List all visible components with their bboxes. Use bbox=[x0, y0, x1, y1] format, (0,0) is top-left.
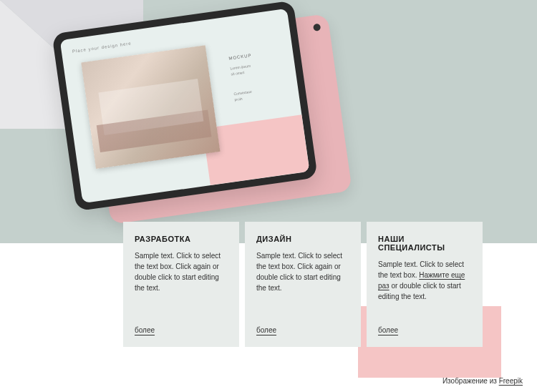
screen-sidebar-title: MOCKUP bbox=[228, 50, 275, 61]
card-specialists: НАШИ СПЕЦИАЛИСТЫ Sample text. Click to s… bbox=[367, 222, 483, 347]
card-title: РАЗРАБОТКА bbox=[135, 235, 228, 243]
screen-interior-image bbox=[81, 45, 220, 169]
card-description[interactable]: Sample text. Click to select the text bo… bbox=[256, 250, 349, 318]
card-title: ДИЗАЙН bbox=[256, 235, 349, 243]
card-more-link[interactable]: более bbox=[135, 326, 155, 334]
image-attribution: Изображение из Freepik bbox=[442, 377, 523, 385]
card-more-link[interactable]: более bbox=[378, 326, 398, 334]
card-development: РАЗРАБОТКА Sample text. Click to select … bbox=[123, 222, 239, 347]
card-description[interactable]: Sample text. Click to select the text bo… bbox=[378, 259, 471, 318]
card-more-link[interactable]: более bbox=[256, 326, 276, 334]
attribution-source-link[interactable]: Freepik bbox=[499, 377, 523, 385]
tablet-front-device: Place your design here MOCKUP Lorem ipsu… bbox=[52, 0, 317, 211]
card-description[interactable]: Sample text. Click to select the text bo… bbox=[135, 250, 228, 318]
tablet-mockup: Place your design here MOCKUP Lorem ipsu… bbox=[52, 0, 349, 232]
card-design: ДИЗАЙН Sample text. Click to select the … bbox=[245, 222, 361, 347]
attribution-prefix: Изображение из bbox=[442, 377, 499, 385]
screen-sidebar: MOCKUP Lorem ipsum sit omeri Consecteur … bbox=[228, 50, 281, 103]
tablet-camera-icon bbox=[313, 24, 321, 31]
services-cards-row: РАЗРАБОТКА Sample text. Click to select … bbox=[123, 222, 483, 347]
tablet-screen: Place your design here MOCKUP Lorem ipsu… bbox=[60, 9, 310, 203]
card-text-after: or double click to start editing the tex… bbox=[378, 282, 461, 300]
card-title: НАШИ СПЕЦИАЛИСТЫ bbox=[378, 235, 471, 252]
